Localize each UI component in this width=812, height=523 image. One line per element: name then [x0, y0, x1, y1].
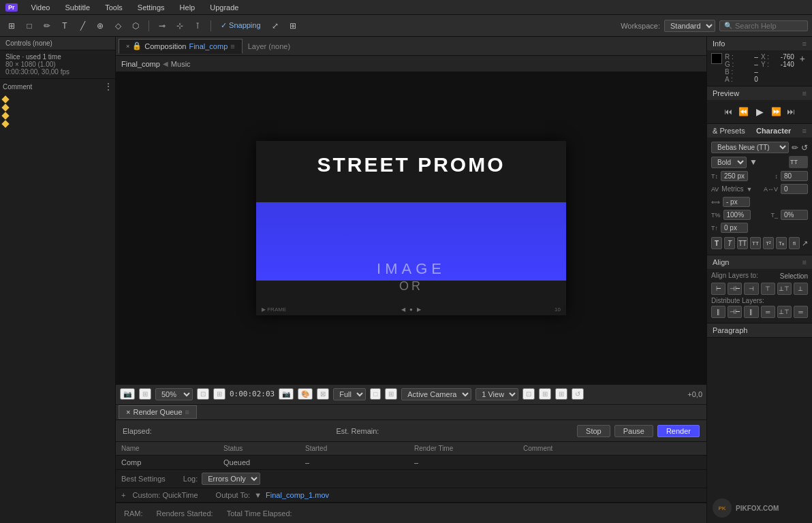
- camera-select[interactable]: Active Camera: [401, 388, 471, 400]
- preview-play-btn[interactable]: ▶: [752, 104, 767, 119]
- tool-expand[interactable]: ⤢: [268, 18, 283, 33]
- render-button[interactable]: Render: [657, 425, 700, 437]
- output-arrow-icon[interactable]: ▼: [254, 491, 262, 499]
- color-swatch[interactable]: [711, 53, 722, 64]
- canvas-res-btn[interactable]: ⊞: [213, 388, 225, 400]
- dist-right-btn[interactable]: ‖: [744, 306, 758, 318]
- workspace-select[interactable]: Standard: [664, 20, 715, 32]
- shift-input[interactable]: [721, 223, 748, 233]
- dist-left-btn[interactable]: ‖: [711, 306, 725, 318]
- breadcrumb-final-comp[interactable]: Final_comp: [121, 60, 160, 68]
- smallcaps-btn[interactable]: TT: [750, 237, 761, 249]
- pause-button[interactable]: Pause: [614, 425, 653, 437]
- font-select[interactable]: Bebas Neue (TT): [711, 142, 789, 153]
- tool-rect[interactable]: □: [22, 18, 37, 33]
- canvas-checkerboard-btn[interactable]: ⊠: [317, 388, 329, 400]
- tab-close-icon[interactable]: ×: [126, 43, 129, 50]
- canvas-grid-btn[interactable]: ⊞: [139, 388, 151, 400]
- indent-input[interactable]: [723, 197, 750, 207]
- menu-subtitle[interactable]: Subtitle: [62, 2, 93, 13]
- align-middle-v-btn[interactable]: ⊥⊤: [777, 283, 792, 295]
- font-size-input[interactable]: [721, 171, 748, 181]
- menu-help[interactable]: Help: [177, 2, 198, 13]
- dist-center-v-btn[interactable]: ⊥⊤: [777, 306, 792, 318]
- canvas-overlay-btn[interactable]: ⊞: [539, 388, 551, 400]
- align-top-btn[interactable]: ⊤: [761, 283, 775, 295]
- dist-top-btn[interactable]: ═: [761, 306, 775, 318]
- canvas-safe-btn[interactable]: ⊡: [522, 388, 535, 400]
- stop-button[interactable]: Stop: [577, 425, 610, 437]
- align-menu-icon[interactable]: ≡: [802, 258, 807, 266]
- caps-btn[interactable]: TT: [737, 237, 748, 249]
- tool-eraser[interactable]: ◇: [110, 18, 125, 33]
- preview-menu-icon[interactable]: ≡: [802, 89, 807, 97]
- render-tab-close[interactable]: ×: [126, 408, 130, 416]
- canvas-color-btn[interactable]: 🎨: [298, 388, 313, 400]
- menu-settings[interactable]: Settings: [135, 2, 168, 13]
- dist-center-h-btn[interactable]: ⊣⊢: [728, 306, 742, 318]
- log-select[interactable]: Errors Only: [202, 473, 260, 485]
- canvas-snapshot-btn[interactable]: 📷: [120, 388, 135, 400]
- tool-home[interactable]: ⊞: [4, 18, 19, 33]
- line-height-input[interactable]: [781, 171, 808, 181]
- search-input[interactable]: [735, 22, 796, 30]
- comp-tab-main[interactable]: × 🔒 Composition Final_comp ≡: [119, 39, 243, 54]
- tool-align3[interactable]: ⊺: [190, 18, 205, 33]
- canvas-camera-btn[interactable]: 📷: [279, 388, 294, 400]
- breadcrumb-music[interactable]: Music: [171, 60, 191, 68]
- canvas-layers-btn[interactable]: ⊞: [385, 388, 397, 400]
- tracking-input[interactable]: [781, 184, 808, 194]
- expand-info-btn[interactable]: +: [797, 53, 808, 64]
- kern-arrow-icon[interactable]: ▼: [747, 186, 753, 193]
- snapping-toggle[interactable]: ✓ Snapping: [217, 20, 265, 31]
- tool-align2[interactable]: ⊹: [172, 18, 187, 33]
- menu-upgrade[interactable]: Upgrade: [207, 2, 241, 13]
- tool-align1[interactable]: ⊸: [155, 18, 170, 33]
- font-dropper-icon[interactable]: ✏: [792, 143, 798, 153]
- tool-text[interactable]: T: [57, 18, 72, 33]
- style-select[interactable]: Bold: [711, 157, 747, 168]
- preview-fwd-btn[interactable]: ⏩: [770, 106, 782, 118]
- hierarchy-icon[interactable]: ⋮: [104, 82, 112, 91]
- canvas-refresh-btn[interactable]: ↺: [572, 388, 584, 400]
- canvas-3d-btn[interactable]: ⊞: [555, 388, 567, 400]
- tool-stamp[interactable]: ⊕: [93, 18, 108, 33]
- super-btn[interactable]: T²: [763, 237, 774, 249]
- sub-btn[interactable]: T₂: [776, 237, 787, 249]
- render-queue-tab[interactable]: × Render Queue ≡: [119, 405, 197, 419]
- font-reset-icon[interactable]: ↺: [801, 143, 808, 153]
- frame-play-btn[interactable]: ●: [409, 306, 413, 313]
- info-menu-icon[interactable]: ≡: [802, 39, 807, 48]
- output-file-link[interactable]: Final_comp_1.mov: [266, 491, 329, 499]
- tab-menu-icon[interactable]: ≡: [230, 42, 234, 50]
- tool-paint[interactable]: ╱: [75, 18, 90, 33]
- preview-skip-end-btn[interactable]: ⏭: [785, 106, 797, 118]
- zoom-select[interactable]: 50%: [155, 388, 193, 400]
- char-extra-icon[interactable]: ↗: [802, 239, 808, 248]
- align-right-btn[interactable]: ⊣: [744, 283, 758, 295]
- frame-prev-btn[interactable]: ◀: [401, 306, 405, 313]
- menu-tools[interactable]: Tools: [102, 2, 125, 13]
- baseline-input[interactable]: [781, 210, 808, 220]
- char-menu-icon[interactable]: ≡: [802, 127, 807, 135]
- menu-video[interactable]: Video: [29, 2, 53, 13]
- tool-pen[interactable]: ✏: [40, 18, 54, 33]
- italic-btn[interactable]: T: [724, 237, 735, 249]
- dist-bottom-btn[interactable]: ═: [794, 306, 808, 318]
- align-center-h-btn[interactable]: ⊣⊢: [728, 283, 742, 295]
- preview-back-btn[interactable]: ⏪: [737, 106, 749, 118]
- scale-input[interactable]: [723, 210, 751, 220]
- canvas-fit-btn[interactable]: ⊡: [197, 388, 209, 400]
- align-left-btn[interactable]: ⊢: [711, 283, 725, 295]
- frame-next-btn[interactable]: ▶: [417, 306, 421, 313]
- ligature-btn[interactable]: fl: [789, 237, 800, 249]
- tool-grid[interactable]: ⊞: [285, 18, 300, 33]
- align-bottom-btn[interactable]: ⊥: [794, 283, 808, 295]
- preview-skip-start-btn[interactable]: ⏮: [722, 106, 734, 118]
- quality-select[interactable]: Full: [333, 388, 366, 400]
- bold-btn[interactable]: T: [711, 237, 722, 249]
- canvas-mask-btn[interactable]: □: [370, 388, 381, 400]
- style-expand-icon[interactable]: ▼: [749, 157, 758, 167]
- view-select[interactable]: 1 View: [475, 388, 518, 400]
- render-tab-menu[interactable]: ≡: [185, 408, 189, 416]
